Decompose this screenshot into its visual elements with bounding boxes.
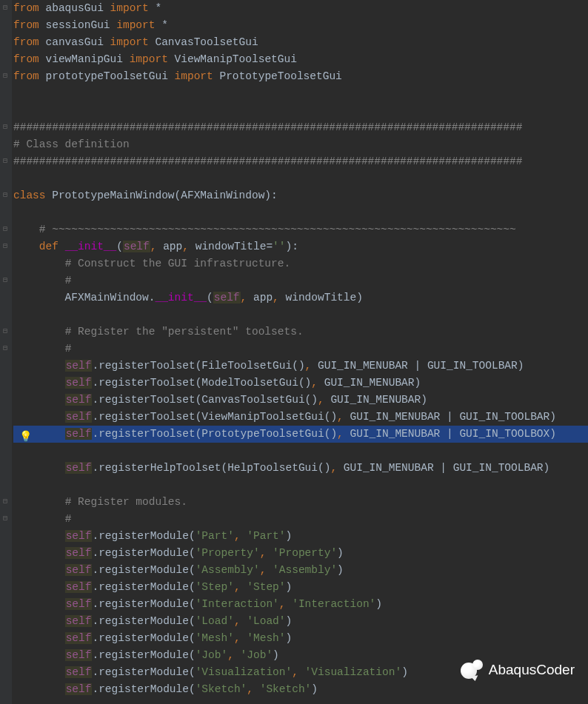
token-name: GUI_IN_MENUBAR) — [318, 377, 421, 389]
token-comment: # ~~~~~~~~~~~~~~~~~~~~~~~~~~~~~~~~~~~~~~… — [39, 224, 516, 235]
token-kw-self: self — [65, 462, 93, 474]
code-line[interactable]: # Construct the GUI infrastructure. — [13, 255, 588, 272]
code-line[interactable]: self.registerToolset(ViewManipToolsetGui… — [13, 409, 588, 426]
code-line[interactable]: self.registerModule('Load', 'Load') — [13, 613, 588, 630]
watermark: AbaqusCoder — [461, 660, 575, 679]
token-name: * — [155, 19, 167, 31]
token-str: 'Part' — [247, 530, 285, 542]
code-line[interactable] — [13, 170, 588, 187]
token-name: .registerToolset(FileToolsetGui() — [92, 360, 304, 372]
code-line[interactable]: # Register the "persistent" toolsets. — [13, 323, 588, 341]
fold-marker-icon[interactable]: ⊟ — [3, 124, 9, 130]
token-kw-from: from — [13, 19, 39, 31]
fold-marker-icon[interactable]: ⊟ — [3, 192, 9, 198]
token-name: .registerModule( — [92, 564, 195, 576]
token-punct: , — [234, 632, 241, 644]
code-line[interactable]: # ~~~~~~~~~~~~~~~~~~~~~~~~~~~~~~~~~~~~~~… — [13, 221, 588, 238]
token-name — [13, 360, 65, 372]
token-comment: ########################################… — [13, 121, 522, 133]
token-kw-self: self — [213, 292, 241, 304]
token-name — [13, 530, 65, 542]
code-line[interactable]: self.registerModule('Property', 'Propert… — [13, 545, 588, 562]
token-kw-self: self — [65, 683, 93, 695]
code-line[interactable]: def __init__(self, app, windowTitle=''): — [13, 238, 588, 255]
watermark-text: AbaqusCoder — [489, 661, 575, 678]
token-name: AFXMainWindow. — [13, 292, 155, 304]
token-str: 'Property' — [273, 547, 337, 559]
code-line[interactable]: # — [13, 272, 588, 289]
token-name: CanvasToolsetGui — [149, 36, 258, 48]
token-punct: , — [234, 581, 241, 593]
token-str: '' — [273, 241, 285, 252]
fold-marker-icon[interactable]: ⊟ — [3, 499, 9, 505]
fold-marker-icon[interactable]: ⊟ — [3, 329, 9, 335]
fold-marker-icon[interactable]: ⊟ — [3, 516, 9, 522]
code-line[interactable]: ########################################… — [13, 119, 588, 136]
code-line[interactable]: # Class definition — [13, 136, 588, 153]
code-line[interactable] — [13, 443, 588, 460]
code-line[interactable]: self.registerModule('Step', 'Step') — [13, 579, 588, 596]
token-fn-name: __init__ — [65, 241, 117, 252]
token-comment: # Register modules. — [65, 496, 187, 508]
code-line[interactable]: from canvasGui import CanvasToolsetGui — [13, 34, 588, 51]
fold-marker-icon[interactable]: ⊟ — [3, 158, 9, 164]
code-line[interactable]: from viewManipGui import ViewManipToolse… — [13, 51, 588, 68]
token-name — [253, 683, 260, 695]
token-punct: , — [234, 615, 241, 627]
code-line[interactable]: # — [13, 341, 588, 358]
code-line[interactable] — [13, 85, 588, 102]
code-line[interactable]: self.registerModule('Sketch', 'Sketch') — [13, 681, 588, 698]
code-line[interactable]: self.registerModule('Interaction', 'Inte… — [13, 596, 588, 613]
token-name — [266, 547, 273, 559]
token-kw-from: from — [13, 2, 39, 14]
code-area[interactable]: from abaqusGui import *from sessionGui i… — [12, 0, 588, 704]
code-line[interactable]: self.registerModule('Mesh', 'Mesh') — [13, 630, 588, 647]
token-kw-self: self — [65, 377, 93, 389]
code-line[interactable]: # Register modules. — [13, 494, 588, 511]
code-line[interactable] — [13, 306, 588, 323]
token-str: 'Job' — [196, 649, 228, 661]
fold-marker-icon[interactable]: ⊟ — [3, 227, 9, 232]
code-line[interactable] — [13, 204, 588, 221]
code-line[interactable]: from abaqusGui import * — [13, 0, 588, 17]
token-punct: , — [234, 530, 241, 542]
lightbulb-icon[interactable]: 💡 — [19, 429, 28, 438]
code-editor[interactable]: ⊟⊟⊟⊟⊟⊟⊟⊟⊟⊟⊟⊟ from abaqusGui import *from… — [0, 0, 588, 704]
code-line[interactable]: class PrototypeMainWindow(AFXMainWindow)… — [13, 187, 588, 204]
token-punct: , — [337, 411, 344, 423]
code-line[interactable]: self.registerHelpToolset(HelpToolsetGui(… — [13, 460, 588, 477]
code-line[interactable] — [13, 477, 588, 494]
token-name: ) — [311, 683, 318, 695]
token-punct: , — [305, 360, 312, 372]
code-line[interactable]: self.registerToolset(FileToolsetGui(), G… — [13, 358, 588, 375]
code-line[interactable] — [13, 102, 588, 119]
fold-marker-icon[interactable]: ⊟ — [3, 278, 9, 284]
code-line[interactable]: from sessionGui import * — [13, 17, 588, 34]
fold-marker-icon[interactable]: ⊟ — [3, 73, 9, 79]
code-line[interactable]: self.registerModule('Assembly', 'Assembl… — [13, 562, 588, 579]
token-name: ( — [207, 292, 213, 304]
token-comment: # Register the "persistent" toolsets. — [65, 326, 304, 338]
token-str: 'Mesh' — [247, 632, 285, 644]
code-line[interactable]: self.registerToolset(ModelToolsetGui(), … — [13, 375, 588, 392]
code-line[interactable]: self.registerToolset(CanvasToolsetGui(),… — [13, 392, 588, 409]
code-line[interactable]: from prototypeToolsetGui import Prototyp… — [13, 68, 588, 85]
token-kw-self: self — [65, 564, 93, 576]
fold-marker-icon[interactable]: ⊟ — [3, 346, 9, 352]
token-str: 'Interaction' — [196, 598, 279, 610]
token-kw-self: self — [123, 241, 150, 252]
token-fn-name: __init__ — [155, 292, 207, 304]
code-line[interactable]: self.registerToolset(PrototypeToolsetGui… — [13, 426, 588, 443]
code-line[interactable]: # — [13, 511, 588, 528]
token-kw-import: import — [116, 19, 155, 31]
token-str: 'Job' — [241, 649, 273, 661]
code-line[interactable]: self.registerModule('Part', 'Part') — [13, 528, 588, 545]
code-line[interactable]: ########################################… — [13, 153, 588, 170]
fold-marker-icon[interactable]: ⊟ — [3, 244, 9, 249]
token-name — [234, 649, 241, 661]
token-name: .registerModule( — [92, 632, 195, 644]
fold-marker-icon[interactable]: ⊟ — [3, 5, 9, 11]
code-line[interactable]: AFXMainWindow.__init__(self, app, window… — [13, 289, 588, 306]
token-name — [13, 496, 65, 508]
token-name: .registerModule( — [92, 649, 195, 661]
